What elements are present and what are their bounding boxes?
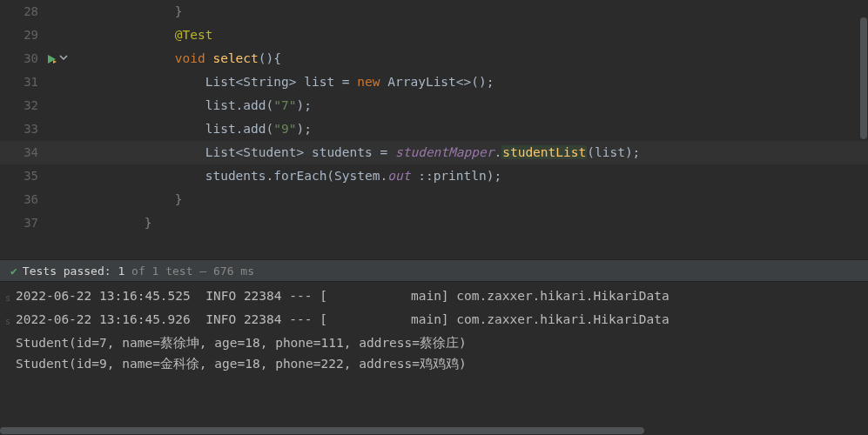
field-ref: studentMapper (395, 145, 495, 159)
tests-total: of 1 test (124, 264, 192, 278)
line-number: 37 (0, 211, 44, 235)
svg-marker-1 (53, 60, 57, 64)
test-duration: 676 ms (213, 264, 254, 278)
line-tag (0, 332, 16, 353)
line-number: 33 (0, 117, 44, 141)
tests-passed-label: Tests passed: (23, 264, 111, 278)
line-number: 34 (0, 141, 44, 164)
code-line[interactable]: 28 } (0, 0, 868, 23)
code-line[interactable]: 33 list.add("9"); (0, 117, 868, 141)
line-tag (0, 353, 16, 374)
code-text[interactable]: students.forEach(System.out ::println); (80, 164, 868, 188)
code-text[interactable]: } (80, 188, 868, 211)
code-line-current[interactable]: 34 List<Student> students = studentMappe… (0, 141, 868, 164)
code-text[interactable]: } (80, 0, 868, 23)
code-text[interactable]: void select(){ (80, 47, 868, 70)
console-line: s 2022-06-22 13:16:45.926 INFO 22384 ---… (0, 309, 868, 332)
horizontal-scrollbar[interactable] (0, 426, 868, 435)
line-number: 36 (0, 188, 44, 211)
code-line[interactable]: 35 students.forEach(System.out ::println… (0, 164, 868, 188)
code-line[interactable]: 32 list.add("7"); (0, 94, 868, 117)
console-output[interactable]: s 2022-06-22 13:16:45.525 INFO 22384 ---… (0, 282, 868, 374)
code-line[interactable]: 29 @Test (0, 23, 868, 47)
line-number: 29 (0, 23, 44, 47)
code-text[interactable]: @Test (80, 23, 868, 47)
editor-empty-area[interactable] (0, 235, 868, 259)
run-test-icon[interactable] (45, 53, 57, 65)
vertical-scrollbar[interactable] (859, 0, 868, 435)
code-text[interactable]: list.add("9"); (80, 117, 868, 141)
horizontal-scroll-thumb[interactable] (0, 427, 644, 434)
gutter-icons[interactable] (44, 47, 80, 70)
code-line[interactable]: 36 } (0, 188, 868, 211)
console-text: Student(id=7, name=蔡徐坤, age=18, phone=11… (16, 332, 467, 353)
console-text: 2022-06-22 13:16:45.926 INFO 22384 --- [… (16, 309, 670, 332)
test-status-bar[interactable]: ✔ Tests passed: 1 of 1 test – 676 ms (0, 259, 868, 282)
code-text[interactable]: list.add("7"); (80, 94, 868, 117)
code-area[interactable]: 28 } 29 @Test 30 (0, 0, 868, 259)
line-tag: s (0, 285, 16, 309)
code-editor: 28 } 29 @Test 30 (0, 0, 868, 374)
tests-passed-count: 1 (111, 264, 125, 278)
code-line[interactable]: 37 } (0, 211, 868, 235)
called-method: studentList (501, 145, 587, 159)
separator: – (193, 264, 213, 278)
line-number: 31 (0, 70, 44, 94)
line-number: 28 (0, 0, 44, 23)
line-number: 32 (0, 94, 44, 117)
console-line: s 2022-06-22 13:16:45.525 INFO 22384 ---… (0, 285, 868, 309)
vertical-scroll-thumb[interactable] (860, 17, 867, 139)
console-text: Student(id=9, name=金科徐, age=18, phone=22… (16, 353, 467, 374)
code-line[interactable]: 30 void select(){ (0, 47, 868, 70)
check-icon: ✔ (10, 264, 17, 278)
console-text: 2022-06-22 13:16:45.525 INFO 22384 --- [… (16, 285, 670, 309)
method-name: select (212, 51, 258, 65)
annotation: @Test (175, 28, 213, 42)
line-number: 30 (0, 47, 44, 70)
fold-icon[interactable] (59, 47, 68, 70)
code-text[interactable]: List<Student> students = studentMapper.s… (80, 141, 868, 164)
console-line: Student(id=7, name=蔡徐坤, age=18, phone=11… (0, 332, 868, 353)
line-tag: s (0, 309, 16, 332)
code-text[interactable]: List<String> list = new ArrayList<>(); (80, 70, 868, 94)
console-line: Student(id=9, name=金科徐, age=18, phone=22… (0, 353, 868, 374)
code-text[interactable]: } (80, 211, 868, 235)
line-number: 35 (0, 164, 44, 188)
code-line[interactable]: 31 List<String> list = new ArrayList<>()… (0, 70, 868, 94)
